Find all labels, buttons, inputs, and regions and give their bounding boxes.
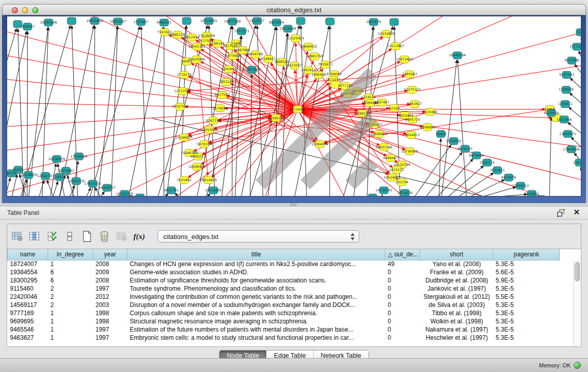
dropdown-stepper-icon	[351, 233, 355, 241]
table-cell: 9699695	[8, 317, 48, 325]
table-cell: 2	[48, 285, 93, 293]
table-cell: 2009	[93, 268, 127, 276]
table-cell: 1998	[93, 309, 127, 317]
table-cell: 1998	[93, 317, 127, 325]
table-cell: Genome-wide association studies in ADHD.	[127, 268, 385, 276]
table-row[interactable]: 1872400712008Changes of HCN gene express…	[8, 260, 560, 268]
table-cell: 9777169	[8, 309, 48, 317]
network-view-window[interactable]: citations_edges.txt 18724007716382288601…	[2, 4, 586, 203]
table-cell: Structural magnetic resonance image aver…	[127, 317, 385, 325]
table-scrollbar[interactable]	[573, 260, 581, 346]
table-cell: 1997	[93, 334, 127, 342]
table-selector-value: citations_edges.txt	[163, 233, 219, 240]
table-cell: 0	[385, 317, 420, 325]
show-columns-icon[interactable]	[29, 230, 41, 243]
table-cell: 1997	[93, 325, 127, 334]
table-cell: 18300295	[8, 276, 48, 285]
column-header-in_degree[interactable]: in_degree	[48, 249, 93, 260]
table-row[interactable]: 1938455462009Genome-wide association stu…	[8, 268, 560, 276]
column-header-pagerank[interactable]: pagerank	[493, 249, 560, 260]
close-panel-icon[interactable]: ✕	[573, 208, 580, 217]
column-header-year[interactable]: year	[93, 249, 127, 260]
column-header-name[interactable]: name	[8, 249, 48, 260]
table-cell: 9463627	[8, 334, 48, 342]
application-window: citations_edges.txt 18724007716382288601…	[0, 0, 588, 372]
memory-status-label: Memory: OK	[539, 362, 571, 368]
table-cell: 5.3E-5	[493, 334, 560, 342]
table-toolbar: f(x) citations_edges.txt	[7, 227, 581, 246]
table-cell: 5.3E-5	[493, 260, 560, 268]
table-cell: 5.9E-5	[493, 276, 560, 285]
table-cell: Stergiakouli et al. (2012)	[420, 293, 493, 301]
network-canvas[interactable]: 1872400771638228860128891293423226058912…	[7, 16, 581, 196]
table-cell: 2012	[93, 293, 127, 301]
table-cell: 1997	[93, 285, 127, 293]
table-cell: 5.3E-5	[493, 285, 560, 293]
table-cell: 22420046	[8, 293, 48, 301]
table-row[interactable]: 1456911722003Disruption of a novel membe…	[8, 301, 560, 309]
create-column-icon[interactable]	[81, 230, 93, 243]
table-cell: 1	[48, 325, 93, 334]
table-cell: Dudbridge et al. (2008)	[420, 276, 493, 285]
table-row[interactable]: 911546021997Tourette syndrome. Phenomeno…	[8, 285, 560, 293]
split-divider-handle[interactable]	[290, 204, 297, 206]
table-cell: 1	[48, 317, 93, 325]
table-row[interactable]: 1830029562008Estimation of significance …	[8, 276, 560, 285]
table-cell: 2003	[93, 301, 127, 309]
table-cell: Franke et al. (2009)	[420, 268, 493, 276]
table-cell: Tourette syndrome. Phenomenology and cla…	[127, 285, 385, 293]
table-cell: 0	[385, 325, 420, 334]
memory-status-indicator[interactable]	[574, 362, 581, 369]
table-cell: 2	[48, 301, 93, 309]
attribute-table: namein_degreeyeartitle△ out_de...shortpa…	[7, 249, 581, 346]
table-cell: 0	[385, 334, 420, 342]
table-cell: 6	[48, 276, 93, 285]
column-header-out_de[interactable]: △ out_de...	[385, 249, 420, 260]
resize-grip-icon[interactable]	[7, 16, 581, 196]
row-options-icon[interactable]	[63, 230, 76, 243]
table-cell: 9465546	[8, 325, 48, 334]
table-cell: 1	[48, 334, 93, 342]
table-scrollbar-thumb[interactable]	[575, 262, 580, 281]
table-cell: Corpus callosum shape and size in male p…	[127, 309, 385, 317]
table-row[interactable]: 977716911998Corpus callosum shape and si…	[8, 309, 560, 317]
table-cell: Embryonic stem cells: a model to study s…	[127, 334, 385, 342]
edit-columns-icon[interactable]	[46, 230, 58, 243]
table-cell: 5.3E-5	[493, 325, 560, 334]
table-mode-icon[interactable]	[11, 230, 24, 243]
network-window-title: citations_edges.txt	[3, 6, 585, 14]
table-row[interactable]: 2242004622012Investigating the contribut…	[8, 293, 560, 301]
table-cell: Tibbo et al. (1998)	[420, 309, 493, 317]
status-bar: Memory: OK	[0, 358, 588, 372]
table-cell: 5.3E-5	[493, 301, 560, 309]
table-cell: 0	[385, 309, 420, 317]
table-row[interactable]: 969969511998Structural magnetic resonanc…	[8, 317, 560, 325]
table-cell: 2008	[93, 260, 127, 268]
table-cell: Estimation of the future numbers of pati…	[127, 325, 385, 334]
table-cell: Wolkin et al. (1998)	[420, 317, 493, 325]
table-cell: Estimation of significance thresholds fo…	[127, 276, 385, 285]
table-cell: 5.5E-5	[493, 293, 560, 301]
float-panel-icon[interactable]	[557, 209, 565, 217]
table-panel-header: Table Panel ✕	[0, 207, 588, 220]
table-row[interactable]: 946554611997Estimation of the future num…	[8, 325, 560, 334]
table-row[interactable]: 946362711997Embryonic stem cells: a mode…	[8, 334, 560, 342]
column-header-title[interactable]: title	[127, 249, 385, 260]
table-cell: Hescheler et al. (1997)	[420, 334, 493, 342]
table-selector-dropdown[interactable]: citations_edges.txt	[158, 230, 359, 243]
table-cell: 0	[385, 293, 420, 301]
table-cell: Nakamura et al. (1997)	[420, 325, 493, 334]
split-divider[interactable]	[0, 203, 588, 207]
function-builder-icon[interactable]: f(x)	[133, 230, 145, 243]
table-panel-body: f(x) citations_edges.txt namein_degreeye…	[7, 224, 581, 347]
table-cell: Investigating the contribution of common…	[127, 293, 385, 301]
table-cell: 9115460	[8, 285, 48, 293]
table-cell: 2	[48, 293, 93, 301]
table-cell: Jankovic et al. (1997)	[420, 285, 493, 293]
delete-table-icon[interactable]	[116, 230, 128, 243]
column-header-short[interactable]: short	[420, 249, 493, 260]
network-window-titlebar[interactable]: citations_edges.txt	[2, 4, 586, 15]
network-view-frame: 1872400771638228860128891293423226058912…	[2, 15, 586, 203]
table-cell: Changes of HCN gene expression and I(f) …	[127, 260, 385, 268]
delete-column-icon[interactable]	[98, 230, 111, 243]
